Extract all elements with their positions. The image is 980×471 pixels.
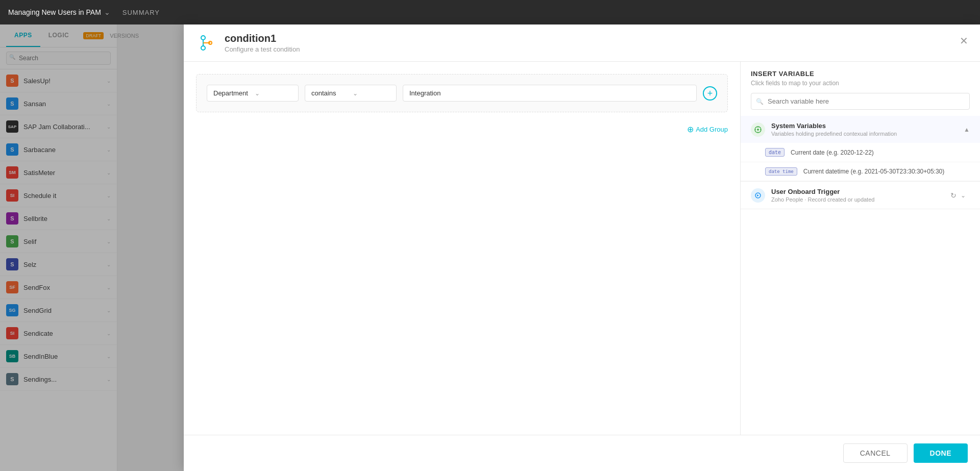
system-variables-header[interactable]: System Variables Variables holding prede… [741, 116, 980, 143]
trigger-desc: Zoho People · Record created or updated [771, 196, 950, 203]
add-group-area: ⊕ Add Group [196, 125, 728, 134]
chevron-down-icon: ⌄ [961, 192, 966, 199]
modal-main-content: Department ⌄ contains ⌄ Integration [184, 62, 740, 435]
system-variables-section: System Variables Variables holding prede… [741, 116, 980, 182]
variable-search-input[interactable] [751, 93, 970, 110]
trigger-section-icon [751, 188, 765, 203]
trigger-section: User Onboard Trigger Zoho People · Recor… [741, 182, 980, 209]
system-variables-desc: Variables holding predefined contexual i… [771, 131, 964, 137]
variable-list: System Variables Variables holding prede… [741, 116, 980, 435]
date-tag: date [765, 148, 785, 157]
insert-variable-panel: INSERT VARIABLE Click fields to map to y… [740, 62, 980, 435]
add-group-label: Add Group [696, 126, 728, 133]
refresh-icon[interactable]: ↻ [950, 191, 957, 200]
app-container: Managing New Users in PAM ⌄ SUMMARY APPS… [0, 0, 980, 471]
condition-icon [196, 33, 216, 53]
modal-footer: CANCEL DONE [184, 435, 980, 471]
variable-item-date[interactable]: date Current date (e.g. 2020-12-22) [741, 143, 980, 162]
top-bar-title: Managing New Users in PAM ⌄ [8, 8, 110, 16]
variable-item-text: Current date (e.g. 2020-12-22) [791, 149, 874, 156]
operator-dropdown[interactable]: contains ⌄ [305, 85, 397, 102]
add-group-button[interactable]: ⊕ Add Group [687, 125, 728, 134]
insert-variable-subtitle: Click fields to map to your action [751, 80, 970, 87]
insert-variable-title: INSERT VARIABLE [751, 70, 970, 78]
datetime-tag: date time [765, 167, 797, 176]
system-variables-icon [751, 122, 765, 137]
variable-item-text: Current datetime (e.g. 2021-05-30T23:30:… [803, 168, 945, 175]
trigger-info: User Onboard Trigger Zoho People · Recor… [771, 188, 950, 203]
insert-panel-header: INSERT VARIABLE Click fields to map to y… [741, 62, 980, 93]
svg-point-6 [757, 129, 759, 131]
field-dropdown[interactable]: Department ⌄ [207, 85, 299, 102]
condition-group: Department ⌄ contains ⌄ Integration [196, 74, 728, 112]
insert-panel-search-area [741, 93, 980, 116]
top-bar-chevron-icon: ⌄ [104, 8, 110, 16]
condition-row: Department ⌄ contains ⌄ Integration [207, 85, 717, 102]
modal-title: condition1 [225, 33, 300, 44]
svg-point-0 [201, 36, 205, 40]
chevron-up-icon: ▲ [964, 126, 970, 133]
modal-title-area: condition1 Configure a test condition [225, 33, 300, 53]
plus-icon: ⊕ [687, 125, 694, 134]
done-button[interactable]: DONE [914, 443, 968, 463]
condition-value-text: Integration [409, 89, 440, 97]
condition-value-input[interactable]: Integration [403, 85, 697, 102]
modal: condition1 Configure a test condition ✕ … [184, 24, 980, 471]
system-variables-info: System Variables Variables holding prede… [771, 122, 964, 137]
system-variables-title: System Variables [771, 122, 964, 130]
close-button[interactable]: ✕ [955, 33, 972, 49]
search-input-wrapper [751, 93, 970, 110]
modal-subtitle: Configure a test condition [225, 45, 300, 53]
field-dropdown-value: Department [213, 89, 251, 97]
cancel-button[interactable]: CANCEL [843, 443, 908, 463]
variable-item-datetime[interactable]: date time Current datetime (e.g. 2021-05… [741, 162, 980, 181]
trigger-title: User Onboard Trigger [771, 188, 950, 195]
modal-overlay: condition1 Configure a test condition ✕ … [0, 24, 980, 471]
top-bar: Managing New Users in PAM ⌄ SUMMARY [0, 0, 980, 24]
chevron-down-icon: ⌄ [255, 90, 292, 97]
top-bar-app-name: Managing New Users in PAM [8, 8, 101, 16]
modal-body: Department ⌄ contains ⌄ Integration [184, 62, 980, 435]
add-condition-button[interactable]: + [703, 86, 717, 101]
operator-dropdown-value: contains [311, 89, 349, 97]
modal-header: condition1 Configure a test condition ✕ [184, 24, 980, 62]
top-bar-summary: SUMMARY [122, 9, 160, 16]
chevron-down-icon: ⌄ [353, 90, 390, 97]
svg-point-1 [201, 46, 205, 50]
trigger-section-header[interactable]: User Onboard Trigger Zoho People · Recor… [741, 182, 980, 209]
trigger-actions: ↻ ⌄ [950, 191, 966, 200]
